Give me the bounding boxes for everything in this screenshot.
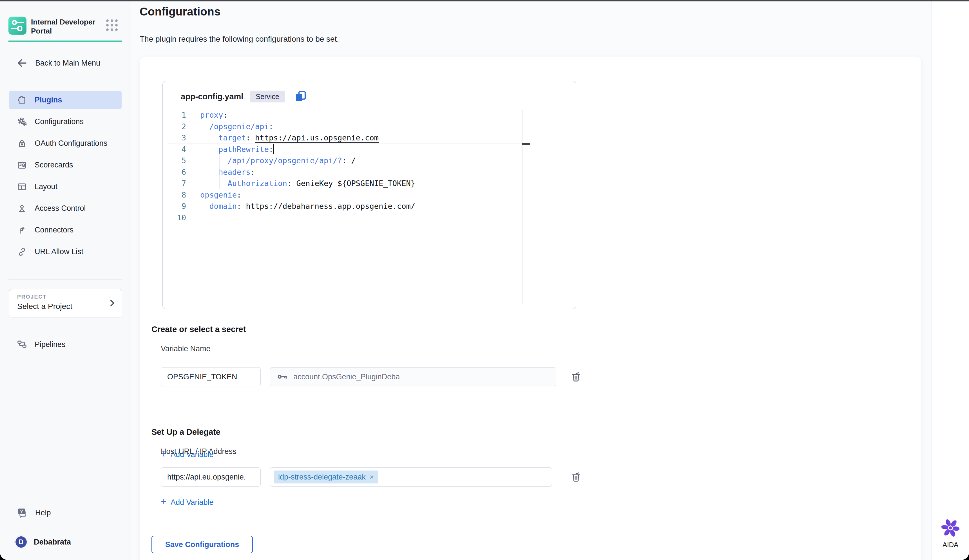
code-line[interactable]: 9 domain: https://debaharness.app.opsgen… bbox=[163, 201, 571, 212]
help-button[interactable]: ? Help bbox=[9, 504, 51, 522]
save-configurations-button[interactable]: Save Configurations bbox=[152, 536, 253, 553]
delegate-section-heading: Set Up a Delegate bbox=[152, 427, 220, 437]
grid-apps-icon[interactable] bbox=[106, 20, 118, 31]
delegate-row: idp-stress-delegate-zeaak × bbox=[161, 467, 552, 487]
chevron-right-icon bbox=[107, 298, 117, 308]
sidebar-item-url-allow-list[interactable]: URL Allow List bbox=[9, 243, 122, 261]
delegate-tags-input[interactable]: idp-stress-delegate-zeaak × bbox=[270, 467, 552, 487]
code-line[interactable]: 10 bbox=[163, 212, 571, 224]
secret-section-heading: Create or select a secret bbox=[152, 325, 246, 334]
sidebar: Internal Developer Portal Back to Main M… bbox=[0, 2, 131, 560]
user-name: Debabrata bbox=[34, 538, 71, 547]
trash-icon bbox=[570, 471, 582, 483]
overview-ruler-cursor-mark bbox=[522, 143, 530, 145]
back-to-main-menu[interactable]: Back to Main Menu bbox=[16, 57, 100, 69]
yaml-editor[interactable]: app-config.yaml Service 1proxy:2 /opsgen… bbox=[162, 81, 576, 309]
text-cursor bbox=[273, 145, 274, 154]
aida-flower-icon bbox=[941, 519, 959, 537]
pipelines-label: Pipelines bbox=[35, 340, 66, 349]
sidebar-item-label: Layout bbox=[35, 182, 57, 191]
sidebar-item-label: Connectors bbox=[35, 226, 73, 234]
add-variable-label: Add Variable bbox=[171, 498, 214, 507]
line-number: 6 bbox=[163, 166, 186, 178]
sidebar-item-scorecards[interactable]: Scorecards bbox=[9, 156, 122, 174]
sidebar-item-label: Access Control bbox=[35, 204, 86, 213]
service-badge: Service bbox=[250, 91, 285, 103]
sidebar-item-configurations[interactable]: Configurations bbox=[9, 113, 122, 131]
plus-icon: + bbox=[161, 497, 166, 507]
brand-title: Internal Developer Portal bbox=[31, 18, 103, 35]
lock-icon bbox=[17, 138, 27, 149]
scorecard-icon bbox=[17, 160, 27, 171]
sidebar-item-connectors[interactable]: Connectors bbox=[9, 221, 122, 239]
sidebar-item-label: URL Allow List bbox=[35, 248, 83, 256]
help-label: Help bbox=[35, 508, 51, 517]
sidebar-divider bbox=[8, 279, 122, 280]
indent-guide bbox=[210, 132, 210, 189]
project-value: Select a Project bbox=[17, 302, 122, 311]
code-line[interactable]: 8opsgenie: bbox=[163, 189, 571, 201]
avatar: D bbox=[15, 535, 28, 548]
delete-delegate-row-button[interactable] bbox=[570, 471, 582, 484]
connector-icon bbox=[17, 225, 27, 236]
sidebar-item-plugins[interactable]: Plugins bbox=[9, 91, 122, 109]
delete-secret-row-button[interactable] bbox=[570, 371, 582, 384]
aida-assistant-button[interactable]: AIDA bbox=[932, 519, 969, 549]
secret-row: account.OpsGenie_PluginDeba bbox=[161, 367, 556, 386]
line-number: 1 bbox=[163, 110, 186, 121]
secret-reference-value: account.OpsGenie_PluginDeba bbox=[293, 372, 400, 381]
line-number: 9 bbox=[163, 201, 186, 212]
host-url-label: Host URL / IP Address bbox=[161, 447, 236, 456]
code-line[interactable]: 7 Authorization: GenieKey ${OPSGENIE_TOK… bbox=[163, 178, 571, 189]
code-line[interactable]: 1proxy: bbox=[163, 110, 571, 121]
gears-icon bbox=[17, 116, 27, 127]
arrow-left-icon bbox=[16, 57, 28, 69]
line-number: 5 bbox=[163, 155, 186, 166]
aida-label: AIDA bbox=[932, 541, 969, 549]
sidebar-divider-bottom bbox=[8, 495, 122, 495]
configurations-panel: app-config.yaml Service 1proxy:2 /opsgen… bbox=[140, 56, 921, 560]
sidebar-item-label: Plugins bbox=[35, 96, 62, 105]
person-icon bbox=[17, 203, 27, 214]
pipelines-icon bbox=[17, 339, 27, 350]
copy-button[interactable] bbox=[294, 90, 307, 103]
idp-logo-icon bbox=[8, 17, 27, 35]
indent-guide bbox=[219, 155, 220, 189]
sidebar-item-pipelines[interactable]: Pipelines bbox=[9, 336, 66, 353]
page-description: The plugin requires the following config… bbox=[140, 35, 339, 43]
sidebar-item-label: OAuth Configurations bbox=[35, 139, 107, 148]
editor-header: app-config.yaml Service bbox=[181, 90, 307, 103]
app-window: Internal Developer Portal Back to Main M… bbox=[0, 0, 969, 560]
editor-filename: app-config.yaml bbox=[181, 92, 243, 101]
help-chat-icon: ? bbox=[17, 507, 28, 518]
code-line[interactable]: 5 /api/proxy/opsgenie/api/?: / bbox=[163, 155, 571, 166]
code-line[interactable]: 6 headers: bbox=[163, 166, 571, 178]
user-menu[interactable]: D Debabrata bbox=[9, 533, 71, 551]
line-number: 4 bbox=[163, 144, 186, 155]
add-variable-delegate[interactable]: + Add Variable bbox=[161, 498, 214, 507]
page-title: Configurations bbox=[140, 5, 220, 18]
host-url-input[interactable] bbox=[161, 467, 261, 487]
sidebar-item-label: Scorecards bbox=[35, 161, 73, 169]
variable-name-input[interactable] bbox=[161, 367, 261, 386]
code-line[interactable]: 4 pathRewrite: bbox=[163, 144, 571, 155]
sidebar-item-label: Configurations bbox=[35, 117, 83, 126]
sidebar-item-layout[interactable]: Layout bbox=[9, 178, 122, 196]
overview-ruler bbox=[522, 110, 523, 304]
indent-guide bbox=[201, 121, 201, 212]
sidebar-item-oauth-configurations[interactable]: OAuth Configurations bbox=[9, 134, 122, 153]
code-line[interactable]: 3 target: https://api.us.opsgenie.com bbox=[163, 132, 571, 144]
code-lines[interactable]: 1proxy:2 /opsgenie/api:3 target: https:/… bbox=[163, 110, 571, 223]
main-content: Configurations The plugin requires the f… bbox=[131, 2, 931, 560]
line-number: 7 bbox=[163, 178, 186, 189]
project-label: PROJECT bbox=[17, 294, 122, 300]
close-icon[interactable]: × bbox=[370, 473, 374, 481]
right-rail: AIDA bbox=[932, 2, 969, 560]
project-selector[interactable]: PROJECT Select a Project bbox=[9, 289, 122, 317]
code-line[interactable]: 2 /opsgenie/api: bbox=[163, 121, 571, 133]
secret-reference-select[interactable]: account.OpsGenie_PluginDeba bbox=[270, 367, 556, 386]
puzzle-icon bbox=[17, 95, 27, 106]
sidebar-item-access-control[interactable]: Access Control bbox=[9, 199, 122, 218]
sidebar-nav: Plugins Configurations bbox=[0, 91, 131, 264]
line-number: 10 bbox=[163, 212, 186, 224]
